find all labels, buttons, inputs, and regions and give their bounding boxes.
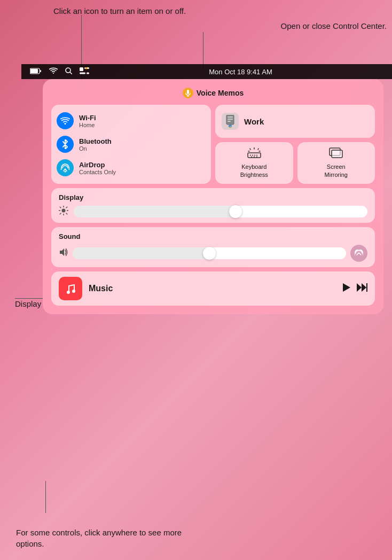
volume-fill <box>73 247 209 259</box>
bluetooth-icon <box>57 136 74 153</box>
svg-marker-48 <box>357 283 362 292</box>
keyboard-brightness-button[interactable]: KeyboardBrightness <box>215 142 293 184</box>
annotation-top-right: Open or close Control Center. <box>281 20 387 32</box>
svg-line-43 <box>66 207 67 208</box>
control-center-panel: Voice Memos Wi-Fi Home <box>43 79 383 314</box>
airdrop-status: Contacts Only <box>79 169 116 175</box>
screen-mirroring-icon <box>329 147 343 161</box>
brightness-icon <box>59 206 68 217</box>
keyboard-brightness-icon <box>247 147 261 161</box>
menu-bar-left <box>30 67 89 76</box>
work-button[interactable]: 🔒 Work <box>215 105 375 138</box>
svg-line-41 <box>60 207 61 208</box>
music-controls <box>343 283 367 294</box>
svg-rect-5 <box>80 67 83 71</box>
svg-rect-17 <box>228 119 233 120</box>
airplay-button[interactable] <box>350 245 367 262</box>
svg-point-33 <box>256 157 257 158</box>
right-column: 🔒 Work <box>215 105 375 184</box>
bluetooth-text: Bluetooth On <box>79 137 112 152</box>
work-icon: 🔒 <box>222 113 239 130</box>
svg-text:🔒: 🔒 <box>229 126 232 128</box>
airdrop-icon <box>57 159 74 176</box>
wifi-text: Wi-Fi Home <box>79 114 96 128</box>
svg-rect-50 <box>366 283 367 292</box>
voice-memos-label: Voice Memos <box>197 89 244 97</box>
svg-point-14 <box>65 171 66 173</box>
svg-point-46 <box>72 290 75 293</box>
svg-point-29 <box>254 155 255 156</box>
svg-marker-47 <box>343 283 350 292</box>
battery-icon <box>30 67 42 76</box>
brightness-thumb[interactable] <box>229 205 242 218</box>
keyboard-brightness-label: KeyboardBrightness <box>240 163 268 178</box>
svg-rect-10 <box>187 90 189 94</box>
screen-mirroring-label: ScreenMirroring <box>325 163 348 178</box>
bluetooth-name: Bluetooth <box>79 137 112 145</box>
music-panel[interactable]: Music <box>51 271 375 306</box>
svg-point-30 <box>256 155 257 156</box>
music-app-icon <box>59 277 82 300</box>
control-center-icon[interactable] <box>80 67 89 76</box>
airdrop-name: AirDrop <box>79 161 116 169</box>
svg-line-21 <box>250 149 250 150</box>
wifi-menubar-icon[interactable] <box>49 67 58 76</box>
volume-slider[interactable] <box>73 247 346 259</box>
wifi-icon <box>57 112 74 129</box>
brightness-slider[interactable] <box>74 206 367 217</box>
svg-line-44 <box>60 213 61 214</box>
wifi-name: Wi-Fi <box>79 114 96 122</box>
callout-line-bottom <box>45 481 46 513</box>
svg-line-42 <box>66 213 67 214</box>
search-menubar-icon[interactable] <box>65 67 72 76</box>
volume-icon <box>59 248 68 259</box>
airdrop-text: AirDrop Contacts Only <box>79 161 116 175</box>
volume-thumb[interactable] <box>203 247 216 260</box>
svg-rect-16 <box>228 116 233 118</box>
svg-line-23 <box>258 149 258 150</box>
svg-rect-35 <box>332 150 342 158</box>
svg-rect-1 <box>30 69 38 73</box>
forward-button[interactable] <box>357 283 367 294</box>
callout-line-control-center <box>203 32 203 68</box>
svg-point-28 <box>252 155 253 156</box>
svg-point-27 <box>250 155 251 156</box>
menu-bar: Mon Oct 18 9:41 AM <box>21 64 392 79</box>
play-button[interactable] <box>343 283 350 294</box>
svg-point-31 <box>251 157 252 158</box>
svg-point-36 <box>62 209 66 213</box>
sound-panel: Sound <box>51 227 375 267</box>
svg-rect-8 <box>87 73 89 74</box>
svg-marker-49 <box>362 283 366 292</box>
wifi-status: Home <box>79 122 96 128</box>
display-label: Display <box>59 193 367 201</box>
menu-bar-datetime: Mon Oct 18 9:41 AM <box>98 68 383 76</box>
work-label: Work <box>244 117 264 126</box>
annotation-bottom: For some controls, click anywhere to see… <box>16 527 210 549</box>
svg-point-13 <box>65 123 66 125</box>
brightness-fill <box>74 206 236 217</box>
svg-point-45 <box>67 291 70 294</box>
annotation-display: Display <box>15 298 41 309</box>
top-grid: Wi-Fi Home Bluetooth On <box>51 105 375 184</box>
svg-rect-2 <box>40 70 41 72</box>
display-panel: Display <box>51 188 375 223</box>
bluetooth-status: On <box>79 145 112 152</box>
svg-rect-7 <box>80 73 85 74</box>
bottom-buttons-row: KeyboardBrightness ScreenMirroring <box>215 142 375 184</box>
music-label: Music <box>89 284 336 293</box>
svg-point-32 <box>254 157 255 158</box>
annotation-top-left: Click an icon to turn an item on or off. <box>53 5 210 17</box>
connectivity-panel: Wi-Fi Home Bluetooth On <box>51 105 211 184</box>
airdrop-item[interactable]: AirDrop Contacts Only <box>57 156 206 180</box>
screen-mirroring-button[interactable]: ScreenMirroring <box>297 142 375 184</box>
sound-label: Sound <box>59 232 367 240</box>
wifi-item[interactable]: Wi-Fi Home <box>57 109 206 133</box>
voice-memos-header: Voice Memos <box>51 88 375 98</box>
svg-rect-18 <box>228 121 231 122</box>
sound-slider-row <box>59 245 367 262</box>
display-slider-row <box>59 206 367 217</box>
mic-icon <box>183 88 193 98</box>
bluetooth-item[interactable]: Bluetooth On <box>57 133 206 156</box>
svg-line-4 <box>70 72 72 74</box>
